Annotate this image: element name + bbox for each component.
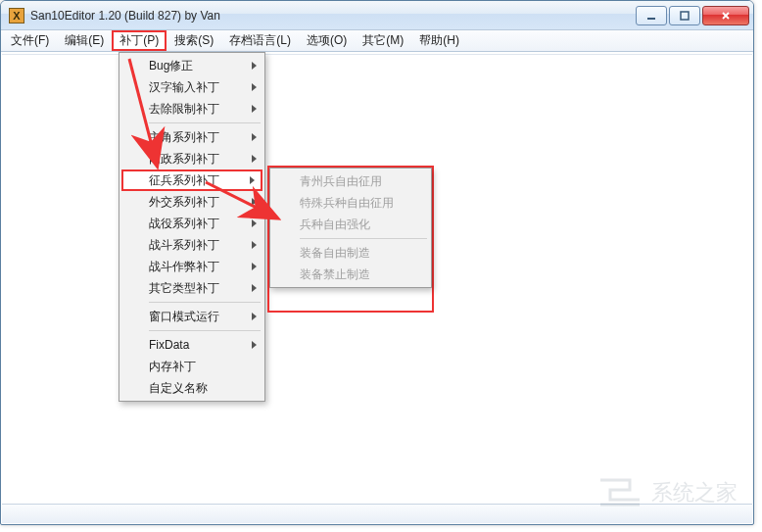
dropdown-item[interactable]: 去除限制补丁 — [121, 98, 262, 120]
application-window: X San10Editor 1.20 (Build 827) by Van 文件… — [0, 0, 754, 525]
menubar: 文件(F) 编辑(E) 补丁(P) 搜索(S) 存档语言(L) 选项(O) 其它… — [1, 30, 753, 52]
submenu-highlight-box: 青州兵自由征用特殊兵种自由征用兵种自由强化装备自由制造装备禁止制造 — [267, 166, 434, 313]
submenu-arrow-icon — [252, 284, 257, 292]
submenu-item: 装备禁止制造 — [272, 264, 429, 285]
submenu-arrow-icon — [252, 341, 257, 349]
dropdown-item[interactable]: 战斗作弊补丁 — [121, 256, 262, 277]
submenu-item: 青州兵自由征用 — [272, 170, 429, 192]
dropdown-item[interactable]: 窗口模式运行 — [121, 306, 262, 327]
menu-patch[interactable]: 补丁(P) — [112, 30, 167, 51]
submenu-arrow-icon — [252, 133, 257, 141]
window-title: San10Editor 1.20 (Build 827) by Van — [30, 9, 634, 23]
menu-search[interactable]: 搜索(S) — [167, 30, 221, 51]
titlebar[interactable]: X San10Editor 1.20 (Build 827) by Van — [1, 1, 753, 30]
submenu-item: 兵种自由强化 — [272, 214, 429, 235]
menu-language[interactable]: 存档语言(L) — [221, 30, 299, 51]
submenu-arrow-icon — [250, 176, 255, 184]
dropdown-item[interactable]: 战斗系列补丁 — [121, 234, 262, 256]
submenu-arrow-icon — [252, 198, 257, 206]
maximize-button[interactable] — [669, 6, 700, 25]
dropdown-item[interactable]: 战役系列补丁 — [121, 213, 262, 234]
submenu-arrow-icon — [252, 241, 257, 249]
dropdown-item[interactable]: 内存补丁 — [121, 356, 262, 377]
submenu-arrow-icon — [252, 105, 257, 113]
dropdown-item[interactable]: 外交系列补丁 — [121, 191, 262, 213]
menu-file[interactable]: 文件(F) — [3, 30, 57, 51]
menu-separator — [149, 302, 261, 303]
submenu-arrow-icon — [252, 62, 257, 70]
dropdown-item[interactable]: Bug修正 — [121, 55, 262, 76]
menu-other[interactable]: 其它(M) — [355, 30, 411, 51]
menu-separator — [300, 238, 427, 239]
minimize-button[interactable] — [636, 6, 667, 25]
svg-rect-1 — [681, 12, 689, 20]
submenu-arrow-icon — [252, 313, 257, 320]
submenu-arrow-icon — [252, 219, 257, 227]
menu-help[interactable]: 帮助(H) — [411, 30, 467, 51]
submenu-arrow-icon — [252, 83, 257, 91]
dropdown-item[interactable]: FixData — [121, 334, 262, 356]
svg-rect-0 — [647, 18, 655, 20]
submenu-item: 装备自由制造 — [272, 242, 429, 264]
dropdown-item[interactable]: 自定义名称 — [121, 377, 262, 399]
menu-separator — [149, 330, 261, 331]
window-controls — [634, 6, 749, 25]
menu-options[interactable]: 选项(O) — [299, 30, 355, 51]
dropdown-item[interactable]: 其它类型补丁 — [121, 277, 262, 299]
statusbar — [2, 504, 752, 523]
app-icon: X — [9, 8, 24, 24]
dropdown-item[interactable]: 征兵系列补丁 — [121, 169, 262, 191]
menu-edit[interactable]: 编辑(E) — [57, 30, 112, 51]
submenu-arrow-icon — [252, 155, 257, 163]
submenu-item: 特殊兵种自由征用 — [272, 192, 429, 214]
patch-dropdown: Bug修正汉字输入补丁去除限制补丁主角系列补丁内政系列补丁征兵系列补丁外交系列补… — [119, 52, 265, 402]
close-button[interactable] — [702, 6, 749, 25]
submenu-arrow-icon — [252, 263, 257, 270]
dropdown-item[interactable]: 内政系列补丁 — [121, 148, 262, 169]
dropdown-item[interactable]: 主角系列补丁 — [121, 126, 262, 148]
menu-separator — [149, 122, 261, 123]
dropdown-item[interactable]: 汉字输入补丁 — [121, 76, 262, 98]
recruit-submenu: 青州兵自由征用特殊兵种自由征用兵种自由强化装备自由制造装备禁止制造 — [269, 168, 432, 288]
